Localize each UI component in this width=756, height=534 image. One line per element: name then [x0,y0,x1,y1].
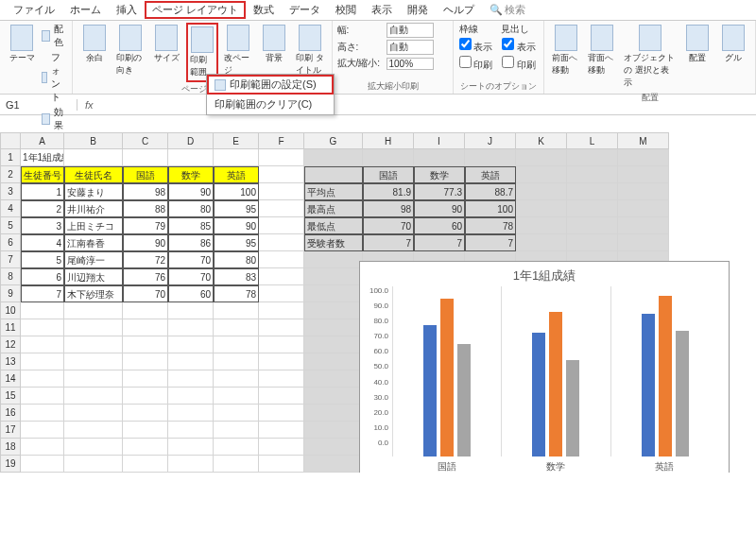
cell[interactable] [64,353,123,370]
row-header[interactable]: 6 [0,234,21,251]
cell[interactable]: 79 [123,217,168,234]
col-H[interactable]: H [363,132,414,149]
cell[interactable]: 78 [214,285,259,302]
row-header[interactable]: 16 [0,405,21,422]
cell[interactable] [618,200,669,217]
search-box[interactable]: 🔍 検索 [490,3,525,17]
cell[interactable] [168,422,214,439]
cell[interactable] [21,439,64,456]
cell[interactable] [259,149,304,166]
cell[interactable] [214,456,259,473]
cell[interactable] [259,370,304,388]
cell[interactable] [567,183,618,200]
cell[interactable] [168,353,214,370]
cell[interactable] [304,456,363,473]
grid-print-check[interactable]: 印刷 [459,56,493,72]
size-button[interactable]: サイズ [150,23,182,66]
cell[interactable]: 井川祐介 [64,200,123,217]
cell[interactable]: 78 [465,217,516,234]
cell[interactable]: 72 [123,251,168,268]
cell[interactable] [123,405,168,422]
cell[interactable]: 86 [168,234,214,251]
cell[interactable] [214,388,259,405]
cell[interactable] [123,456,168,473]
cell[interactable] [304,166,363,183]
cell[interactable] [259,285,304,302]
group-button[interactable]: グル [717,23,749,66]
grid-view-check[interactable]: 表示 [459,38,493,54]
cell[interactable] [304,422,363,439]
cell[interactable]: 5 [21,251,64,268]
cell[interactable] [64,456,123,473]
col-B[interactable]: B [64,132,123,149]
cell[interactable] [168,456,214,473]
cell[interactable] [64,336,123,353]
cell[interactable] [21,353,64,370]
cell[interactable]: 生徒番号 [21,166,64,183]
cell[interactable]: 70 [168,268,214,285]
margins-button[interactable]: 余白 [78,23,111,66]
embedded-chart[interactable]: 1年1組成績 100.090.080.070.060.050.040.030.0… [359,261,730,473]
cell[interactable] [259,302,304,319]
cell[interactable] [21,302,64,319]
cell[interactable] [21,319,64,336]
cell[interactable]: 70 [363,217,414,234]
cell[interactable] [64,302,123,319]
cell[interactable] [21,370,64,388]
cell[interactable] [123,336,168,353]
cell[interactable]: 77.3 [414,183,465,200]
cell[interactable]: 81.9 [363,183,414,200]
orientation-button[interactable]: 印刷の 向き [114,23,146,78]
cell[interactable] [21,456,64,473]
cell[interactable] [259,405,304,422]
cell[interactable]: 98 [123,183,168,200]
row-header[interactable]: 10 [0,302,21,319]
clear-print-area-item[interactable]: 印刷範囲のクリア(C) [207,95,334,114]
effects-button[interactable]: 効果 [42,106,66,132]
cell[interactable] [123,353,168,370]
col-C[interactable]: C [123,132,168,149]
cell[interactable] [168,388,214,405]
cell[interactable] [516,166,567,183]
breaks-button[interactable]: 改ページ [222,23,254,78]
cell[interactable] [304,285,363,302]
cell[interactable] [259,166,304,183]
cell[interactable]: 木下紗理奈 [64,285,123,302]
cell[interactable] [259,439,304,456]
col-K[interactable]: K [516,132,567,149]
col-E[interactable]: E [214,132,259,149]
cell[interactable] [304,268,363,285]
tab-data[interactable]: データ [282,1,328,19]
cell[interactable] [21,336,64,353]
cell[interactable]: 生徒氏名 [64,166,123,183]
cell[interactable] [304,336,363,353]
cell[interactable] [123,439,168,456]
cell[interactable]: 70 [123,285,168,302]
cell[interactable]: 安藤まり [64,183,123,200]
col-I[interactable]: I [414,132,465,149]
row-header[interactable]: 7 [0,251,21,268]
row-header[interactable]: 3 [0,183,21,200]
cell[interactable]: 国語 [363,166,414,183]
cell[interactable]: 80 [168,200,214,217]
cell[interactable] [304,302,363,319]
width-select[interactable]: 自動 [387,23,434,38]
cell[interactable] [567,166,618,183]
row-header[interactable]: 5 [0,217,21,234]
row-header[interactable]: 13 [0,353,21,370]
cell[interactable] [214,336,259,353]
cell[interactable] [64,370,123,388]
cell[interactable] [516,200,567,217]
tab-help[interactable]: ヘルプ [436,1,482,19]
cell[interactable]: 最低点 [304,217,363,234]
cell[interactable]: 尾崎淳一 [64,251,123,268]
cell[interactable] [567,217,618,234]
cell[interactable] [259,336,304,353]
col-J[interactable]: J [465,132,516,149]
row-header[interactable]: 12 [0,336,21,353]
row-header[interactable]: 1 [0,149,21,166]
cell[interactable] [64,405,123,422]
cell[interactable]: 88 [123,200,168,217]
tab-developer[interactable]: 開発 [400,1,436,19]
cell[interactable]: 受験者数 [304,234,363,251]
